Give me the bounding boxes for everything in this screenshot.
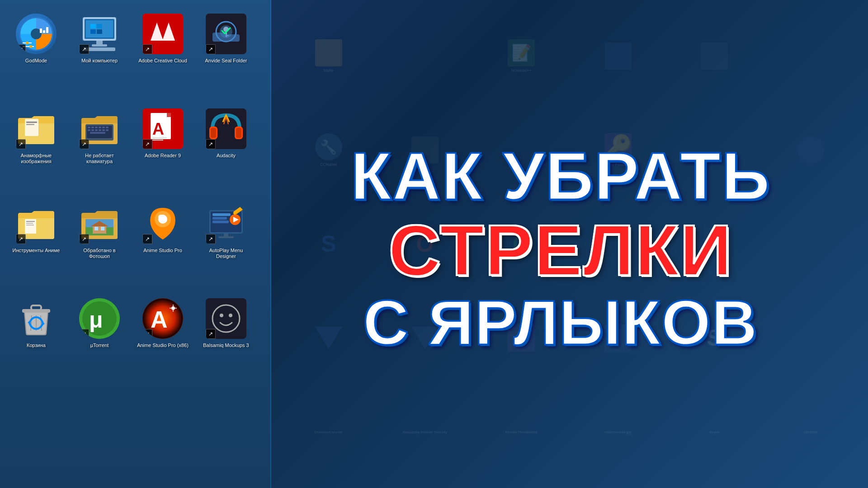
svg-rect-33 xyxy=(95,127,98,128)
svg-rect-72 xyxy=(212,221,229,223)
autoplay-label: AutoPlay Menu Designer xyxy=(199,248,253,259)
svg-rect-3 xyxy=(43,30,45,33)
svg-rect-37 xyxy=(88,129,90,131)
mypc-label: Мой компьютер xyxy=(81,58,118,64)
svg-rect-43 xyxy=(90,132,105,134)
svg-rect-52 xyxy=(211,128,216,138)
svg-rect-17 xyxy=(92,44,107,47)
audacity-icon[interactable]: ↗ Audacity xyxy=(194,104,258,199)
svg-rect-38 xyxy=(91,129,94,131)
overlay-text-container: КАК УБРАТЬ СТРЕЛКИ С ЯРЛЫКОВ xyxy=(262,14,859,483)
keyboard-icon[interactable]: ↗ Не работает клавиатура xyxy=(68,104,131,199)
svg-rect-48 xyxy=(152,137,167,138)
svg-rect-57 xyxy=(26,225,34,225)
overlay-line3: С ЯРЛЫКОВ xyxy=(363,291,758,354)
desktop-icons-grid: ↗ GodMode ↗ xyxy=(0,0,271,488)
anamorf-icon[interactable]: ↗ Анаморфные изображения xyxy=(5,104,68,199)
anamorf-label: Анаморфные изображения xyxy=(9,153,63,164)
svg-rect-16 xyxy=(96,41,103,44)
svg-point-96 xyxy=(229,314,232,317)
svg-rect-31 xyxy=(88,127,90,128)
overlay-line2: СТРЕЛКИ xyxy=(388,214,733,286)
audacity-label: Audacity xyxy=(217,153,236,159)
svg-rect-39 xyxy=(95,129,98,131)
svg-point-6 xyxy=(26,42,28,44)
svg-rect-13 xyxy=(97,24,102,28)
mypc-desktop-icon[interactable]: ↗ Мой компьютер xyxy=(68,9,131,104)
svg-rect-40 xyxy=(99,129,101,131)
svg-rect-2 xyxy=(40,28,42,33)
autoplay-icon[interactable]: ↗ AutoPlay Menu Designer xyxy=(194,199,258,294)
anvide-label: Anvide Seal Folder xyxy=(205,58,247,64)
svg-rect-53 xyxy=(236,128,241,138)
svg-text:μ: μ xyxy=(89,307,103,333)
svg-rect-63 xyxy=(94,227,98,230)
svg-rect-42 xyxy=(106,129,108,131)
adobe-reader-label: Adobe Reader 9 xyxy=(145,153,181,159)
svg-point-67 xyxy=(158,215,163,219)
godmode-icon[interactable]: ↗ GodMode xyxy=(5,9,68,104)
godmode-label: GodMode xyxy=(25,58,47,64)
svg-rect-76 xyxy=(218,236,234,238)
anime-x86-icon[interactable]: A ↗ Anime Studio Pro (x86) xyxy=(131,294,194,389)
svg-rect-26 xyxy=(25,119,38,136)
svg-rect-75 xyxy=(224,234,228,236)
svg-rect-35 xyxy=(102,127,105,128)
utorrent-label: µTorrent xyxy=(90,343,109,348)
svg-text:A: A xyxy=(152,120,164,138)
svg-rect-55 xyxy=(26,221,35,222)
svg-rect-46 xyxy=(167,113,171,117)
svg-rect-49 xyxy=(152,140,163,141)
svg-rect-34 xyxy=(99,127,101,128)
svg-rect-28 xyxy=(26,124,34,125)
anime-tools-label: Инструменты Аниме xyxy=(13,248,60,253)
adobe-cc-label: Adobe Creative Cloud xyxy=(138,58,187,64)
keyboard-label: Не работает клавиатура xyxy=(72,153,127,164)
anime-x86-label: Anime Studio Pro (x86) xyxy=(137,343,189,348)
svg-point-95 xyxy=(220,314,223,317)
svg-rect-4 xyxy=(46,27,48,33)
photoshop-folder-icon[interactable]: ↗ Обработано в Фотошоп xyxy=(68,199,131,294)
svg-rect-56 xyxy=(26,223,33,224)
photoshop-label: Обработано в Фотошоп xyxy=(72,248,127,259)
svg-point-8 xyxy=(29,45,32,48)
svg-rect-71 xyxy=(212,217,227,220)
recycle-label: Корзина xyxy=(27,343,46,348)
svg-rect-32 xyxy=(91,127,94,128)
anime-studio-icon[interactable]: ↗ Anime Studio Pro xyxy=(131,199,194,294)
adobe-cc-desktop-icon[interactable]: ↗ Adobe Creative Cloud xyxy=(131,9,194,104)
anvide-desktop-icon[interactable]: ↗ Anvide Seal Folder xyxy=(194,9,258,104)
anime-tools-icon[interactable]: ↗ Инструменты Аниме xyxy=(5,199,68,294)
svg-text:A: A xyxy=(151,306,168,333)
svg-rect-14 xyxy=(90,29,96,34)
svg-rect-11 xyxy=(86,20,113,38)
svg-rect-15 xyxy=(97,29,102,34)
svg-rect-41 xyxy=(102,129,105,131)
svg-rect-36 xyxy=(106,127,108,128)
svg-rect-27 xyxy=(26,122,37,123)
balsamiq-icon[interactable]: ↗ Balsamiq Mockups 3 xyxy=(194,294,258,389)
overlay-line1: КАК УБРАТЬ xyxy=(350,143,770,210)
svg-rect-78 xyxy=(31,305,41,310)
recycle-bin-icon[interactable]: Корзина xyxy=(5,294,68,389)
adobe-reader-icon[interactable]: A ↗ Adobe Reader 9 xyxy=(131,104,194,199)
utorrent-icon[interactable]: μ ↗ µTorrent xyxy=(68,294,131,389)
svg-rect-12 xyxy=(90,24,96,28)
anime-studio-label: Anime Studio Pro xyxy=(143,248,182,253)
svg-rect-64 xyxy=(101,227,104,230)
balsamiq-label: Balsamiq Mockups 3 xyxy=(203,343,249,348)
svg-rect-70 xyxy=(212,213,231,216)
